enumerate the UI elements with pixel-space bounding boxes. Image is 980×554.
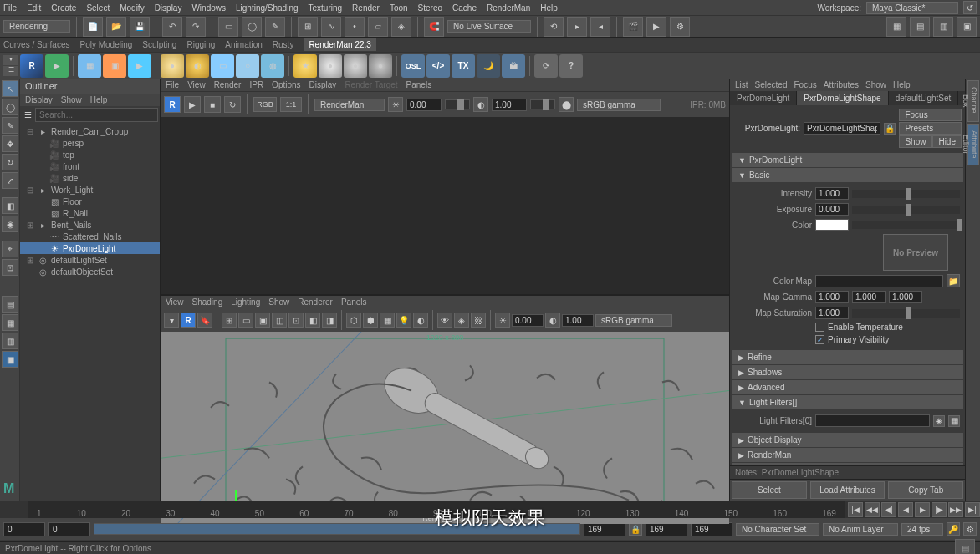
vp-safe-action-icon[interactable]: ◧ [305,313,320,328]
outliner-display-menu[interactable]: Display [25,95,53,104]
vp-show-menu[interactable]: Show [268,297,289,307]
vp-lights-icon[interactable]: 💡 [396,313,411,328]
outliner-search-input[interactable] [35,108,158,122]
snap-plane-icon[interactable]: ▱ [368,17,388,37]
rv-exposure-icon[interactable]: ☀ [388,97,403,112]
vp-renderman-icon[interactable]: R [181,313,196,328]
step-fwd-icon[interactable]: ▶▶ [948,502,963,517]
vp-camera-select-icon[interactable]: ▾ [164,313,179,328]
ae-section-shadows[interactable]: ▶Shadows [732,365,963,379]
live-surface-dropdown[interactable]: No Live Surface [447,20,531,33]
workspace-dropdown[interactable]: Maya Classic* [866,2,958,14]
select-mode-icon[interactable]: ▭ [218,17,238,37]
rv-options-menu[interactable]: Options [272,80,300,89]
panel-layout3-icon[interactable]: ▥ [933,17,953,37]
new-scene-icon[interactable]: 📄 [83,17,103,37]
exposure-slider[interactable] [852,206,960,214]
menu-modify[interactable]: Modify [120,3,144,13]
ae-tab-shape[interactable]: PxrDomeLightShape [797,91,888,105]
dome-light-icon[interactable]: ◐ [186,54,209,78]
rv-renderer-dropdown[interactable]: RenderMan [314,99,385,111]
vp-exposure-icon[interactable]: ☀ [495,313,510,328]
autokey-icon[interactable]: 🔑 [947,522,960,536]
vp-bookmark-icon[interactable]: 🔖 [197,313,212,328]
snap-live-icon[interactable]: ◈ [391,17,411,37]
intensity-slider[interactable] [852,190,960,198]
save-scene-icon[interactable]: 💾 [130,17,150,37]
workspace-reset-icon[interactable]: ↺ [963,1,977,14]
vp-textured-icon[interactable]: ▦ [380,313,395,328]
rv-rgb-button[interactable]: RGB [253,97,277,112]
shelf-menu-icon[interactable]: ☰ [3,66,18,76]
play-back-icon[interactable]: ◀ [898,502,913,517]
render-settings-icon[interactable]: ⚙ [670,17,690,37]
outliner-item-front[interactable]: 🎥front [20,160,160,172]
shelf-tab-animation[interactable]: Animation [225,40,262,49]
channel-box-tab[interactable]: Channel Box [967,80,979,122]
rv-gamma-icon[interactable]: ◐ [473,97,488,112]
material-ball3-icon[interactable]: ● [369,54,392,78]
ae-section-main[interactable]: ▼PxrDomeLight [732,153,963,167]
ae-node-name-field[interactable] [804,122,880,135]
preset-browser-icon[interactable]: ▦ [78,54,101,78]
vp-shadows-icon[interactable]: ◐ [413,313,428,328]
lasso-tool-icon[interactable]: ◯ [2,99,18,115]
vp-lighting-menu[interactable]: Lighting [231,297,260,307]
construction-history-icon[interactable]: ⟲ [544,17,564,37]
help-icon[interactable]: ? [559,54,583,78]
ae-load-button[interactable]: Load Attributes [810,481,886,499]
menu-select[interactable]: Select [86,3,110,13]
env-light-icon[interactable]: ◍ [261,54,284,78]
shelf-tab-rusty[interactable]: Rusty [273,40,294,49]
star-icon[interactable]: ★ [293,54,317,78]
rv-ipr-icon[interactable]: ▶ [184,96,201,113]
anim-layer-dropdown[interactable]: No Anim Layer [823,523,898,536]
snap-grid-icon[interactable]: ⊞ [298,17,318,37]
shelf-tab-sculpting[interactable]: Sculpting [142,40,176,49]
vp-xray-icon[interactable]: ◈ [454,313,469,328]
menu-lighting-shading[interactable]: Lighting/Shading [236,3,299,13]
vp-isolate-icon[interactable]: 👁 [437,313,452,328]
toggle-input-icon[interactable]: ▸ [567,17,587,37]
outliner-item-floor[interactable]: ▧Floor [20,196,160,207]
outliner-item-render-cam-croup[interactable]: ⊟▸Render_Cam_Croup [20,125,160,137]
rv-panels-menu[interactable]: Panels [406,80,432,89]
color-map-browse-icon[interactable]: 📁 [947,274,960,287]
color-slider[interactable] [852,221,960,229]
range-slider[interactable] [94,523,580,535]
rv-colorspace-dropdown[interactable]: sRGB gamma [577,99,661,111]
rv-refresh-icon[interactable]: ↻ [224,96,241,113]
ae-hide-button[interactable]: Hide [932,135,962,148]
ae-show-button[interactable]: Show [899,135,932,148]
toggle-output-icon[interactable]: ◂ [590,17,610,37]
ae-section-basic[interactable]: ▼Basic [732,168,963,182]
anim-end-field[interactable] [646,522,687,536]
ae-focus-button[interactable]: Focus [899,109,962,121]
color-map-field[interactable] [815,275,943,287]
layout4-icon[interactable]: ▣ [2,351,18,368]
menu-texturing[interactable]: Texturing [309,3,343,13]
ae-help-menu[interactable]: Help [893,80,911,89]
color-swatch[interactable] [815,219,849,231]
map-saturation-field[interactable] [815,307,849,319]
ae-tab-lightset[interactable]: defaultLightSet [889,91,959,105]
menu-stereo[interactable]: Stereo [418,3,442,13]
material-ball-icon[interactable]: ● [319,54,342,78]
diagnostics-icon[interactable]: ⟳ [534,54,558,78]
rv-ipr-menu[interactable]: IPR [249,80,263,89]
play-fwd-icon[interactable]: ▶ [915,502,930,517]
range-start-field[interactable] [48,522,90,536]
anim-start-field[interactable] [3,522,45,536]
go-end-icon[interactable]: ▶| [965,502,980,517]
filter-icon[interactable]: ☰ [22,110,33,119]
vp-gamma-icon[interactable]: ◐ [545,313,560,328]
outliner-item-defaultlightset[interactable]: ⊞◎defaultLightSet [20,254,160,266]
last-tool-icon[interactable]: ◧ [2,197,18,214]
render-frame-icon[interactable]: 🎬 [623,17,643,37]
panel-layout4-icon[interactable]: ▣ [957,17,977,37]
ae-section-light-filters[interactable]: ▼Light Filters[] [732,395,963,409]
sphere-light-icon[interactable]: ● [161,54,184,78]
snap-point-icon[interactable]: • [345,17,365,37]
ae-section-renderman[interactable]: ▶RenderMan [732,448,963,462]
rv-render-menu[interactable]: Render [214,80,242,89]
